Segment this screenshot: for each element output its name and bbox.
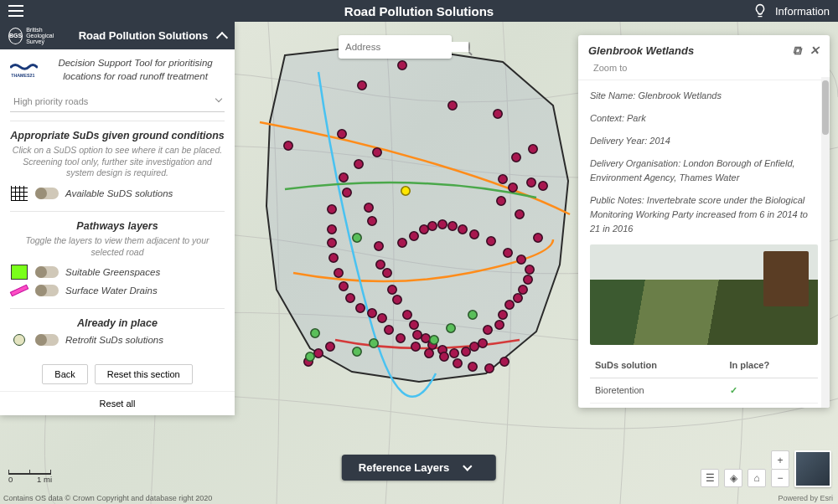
svg-point-10: [527, 178, 535, 187]
svg-point-23: [422, 334, 430, 342]
svg-point-33: [505, 301, 514, 309]
app-header: Road Pollution Solutions Information: [0, 0, 838, 22]
zoom-to-button[interactable]: Zoom to: [578, 63, 830, 80]
attribution: Contains OS data © Crown Copyright and d…: [3, 494, 212, 502]
search-input[interactable]: [345, 42, 468, 52]
svg-point-58: [411, 342, 420, 351]
svg-point-17: [383, 269, 391, 277]
legend-button[interactable]: ☰: [701, 469, 719, 487]
layer-label: Surface Water Drains: [65, 285, 158, 296]
close-icon[interactable]: ✕: [810, 44, 820, 58]
back-button[interactable]: Back: [42, 364, 87, 384]
svg-point-32: [499, 311, 507, 319]
chevron-up-icon[interactable]: [216, 31, 228, 43]
svg-point-63: [356, 304, 365, 312]
svg-point-68: [328, 239, 336, 247]
sidebar-title: Road Pollution Solutions: [74, 29, 213, 42]
svg-point-65: [339, 282, 348, 291]
info-icon[interactable]: [752, 3, 768, 19]
reset-all-button[interactable]: Reset all: [0, 391, 235, 415]
bookmark-button[interactable]: ◈: [724, 469, 742, 487]
svg-point-15: [375, 242, 383, 250]
svg-point-55: [453, 359, 462, 368]
svg-point-29: [478, 339, 487, 347]
search-box[interactable]: [339, 35, 452, 59]
toggle-greenspaces[interactable]: [35, 266, 59, 278]
svg-point-60: [385, 326, 393, 334]
svg-point-18: [388, 285, 396, 294]
svg-point-5: [494, 110, 502, 118]
svg-point-53: [485, 364, 494, 373]
map-widgets: ☰ ◈ ⌂ + −: [701, 450, 831, 487]
svg-point-79: [430, 336, 438, 344]
svg-point-46: [420, 225, 428, 234]
layer-label: Retrofit SuDs solutions: [65, 335, 163, 345]
toggle-suds[interactable]: [35, 188, 59, 199]
svg-point-80: [447, 324, 455, 332]
svg-point-35: [519, 285, 527, 294]
section-pathways: Pathways layers Toggle the layers to vie…: [10, 211, 225, 308]
svg-point-39: [504, 249, 512, 257]
svg-point-62: [368, 309, 376, 317]
table-row: Bioretention✓: [590, 378, 818, 404]
search-icon[interactable]: [468, 42, 470, 52]
svg-point-14: [368, 217, 376, 225]
svg-point-48: [398, 239, 406, 247]
app-title: Road Pollution Solutions: [344, 4, 494, 18]
svg-point-72: [354, 160, 363, 168]
svg-point-57: [425, 349, 433, 357]
layer-label: Available SuDS solutions: [65, 188, 173, 198]
reset-section-button[interactable]: Reset this section: [95, 364, 193, 384]
basemap-toggle[interactable]: [794, 450, 831, 487]
reference-layers-button[interactable]: Reference Layers: [342, 455, 496, 481]
svg-point-52: [500, 357, 509, 366]
svg-point-70: [328, 205, 336, 213]
sidebar-header[interactable]: BGS British Geological Survey Road Pollu…: [0, 22, 235, 49]
svg-point-6: [529, 145, 537, 153]
tagline: Decision Support Tool for prioritising l…: [46, 57, 225, 83]
svg-point-61: [378, 314, 386, 322]
zoom-out-button[interactable]: −: [771, 469, 789, 487]
svg-point-41: [470, 230, 478, 239]
svg-point-47: [410, 232, 418, 240]
svg-point-69: [328, 225, 336, 234]
svg-point-42: [458, 225, 467, 234]
svg-point-74: [326, 342, 334, 351]
svg-point-0: [284, 141, 292, 150]
svg-point-21: [410, 321, 418, 329]
svg-point-44: [438, 220, 447, 229]
svg-point-3: [398, 61, 406, 69]
suds-table: SuDs solutionIn place? Bioretention✓ Fil…: [590, 353, 818, 408]
priority-dropdown[interactable]: High priority roads: [10, 91, 225, 112]
svg-point-9: [509, 183, 517, 192]
layer-label: Suitable Greenspaces: [65, 267, 160, 277]
sidebar-panel: BGS British Geological Survey Road Pollu…: [0, 22, 235, 415]
popup-scrollbar[interactable]: [821, 77, 830, 408]
retrofit-dot-icon: [13, 334, 25, 346]
svg-point-19: [393, 296, 401, 304]
toggle-drains[interactable]: [35, 285, 59, 296]
svg-point-66: [334, 269, 343, 277]
svg-point-34: [514, 294, 522, 302]
svg-point-8: [499, 175, 507, 183]
svg-point-64: [346, 294, 354, 302]
chevron-down-icon: [215, 95, 222, 102]
menu-icon[interactable]: [8, 5, 23, 17]
info-link[interactable]: Information: [775, 5, 830, 18]
svg-point-7: [512, 153, 520, 162]
map-canvas[interactable]: BGS British Geological Survey Road Pollu…: [0, 22, 838, 504]
chevron-down-icon: [463, 461, 473, 471]
toggle-retrofit[interactable]: [35, 334, 59, 346]
svg-point-28: [470, 342, 478, 351]
svg-point-1: [338, 130, 346, 138]
svg-point-26: [450, 349, 458, 357]
home-button[interactable]: ⌂: [747, 469, 766, 487]
svg-point-49: [497, 197, 505, 205]
svg-point-75: [314, 349, 323, 357]
svg-point-85: [401, 187, 410, 195]
section-suds: Appropriate SuDs given ground conditions…: [10, 121, 225, 211]
dock-icon[interactable]: ⧉: [793, 44, 801, 58]
zoom-in-button[interactable]: +: [771, 450, 789, 469]
thames21-logo: THAMES21: [10, 56, 38, 85]
svg-point-22: [413, 331, 422, 339]
